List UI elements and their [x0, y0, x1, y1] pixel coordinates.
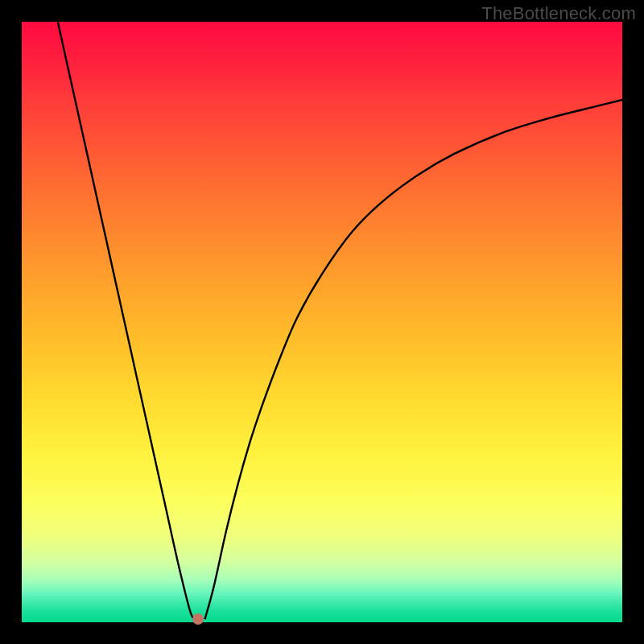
bottleneck-curve: [22, 22, 622, 622]
curve-left-branch: [58, 22, 195, 619]
plot-area: [22, 22, 622, 622]
minimum-marker: [192, 613, 204, 625]
curve-right-branch: [205, 100, 622, 619]
watermark-text: TheBottleneck.com: [481, 3, 636, 24]
